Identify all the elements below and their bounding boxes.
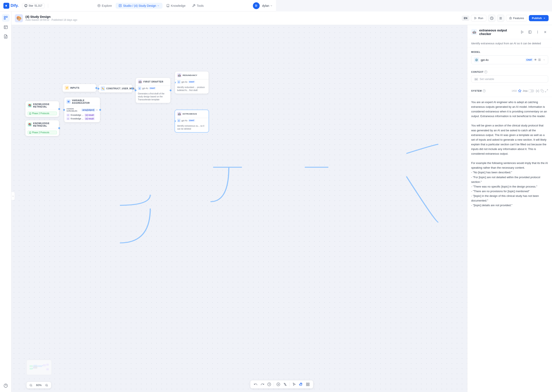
construct-node[interactable]: ✏️ CONSTRUCT_USER_MES...	[98, 84, 132, 93]
ext-model-icon: g	[177, 119, 181, 122]
sidebar-item-api[interactable]	[2, 23, 10, 31]
kr1-output-port	[58, 108, 60, 110]
nav-studio[interactable]: Studio / (4) Study Design	[116, 3, 162, 9]
fd-title: FIRST DRAFTER	[143, 80, 163, 83]
va-output-port	[99, 109, 101, 111]
kr1-icon: 📚	[28, 103, 32, 108]
nav-divider	[48, 4, 48, 8]
svg-rect-5	[4, 18, 5, 20]
app-title: (4) Study Design	[25, 15, 276, 18]
ext-desc: Identify extraneous ou... so it can be d…	[177, 125, 206, 130]
ext-icon: 🤖	[177, 112, 181, 116]
svg-point-1	[98, 4, 100, 7]
sidebar-item-logs[interactable]	[2, 33, 10, 40]
red-icon: 🤖	[177, 73, 181, 77]
studio-breadcrumb: Studio / (4) Study Design	[123, 4, 160, 7]
fd-model-icon: g	[138, 87, 141, 90]
star-count: 51,317	[35, 4, 42, 7]
fd-icon: 🤖	[138, 80, 142, 84]
va-var2-result: {x} result	[84, 117, 95, 120]
va-var1-result: {x} result	[84, 114, 95, 116]
fd-output-port	[170, 90, 171, 91]
kr2-output-port	[58, 127, 60, 129]
left-sidebar	[0, 11, 11, 196]
app-meta: Auto-Saved 19:59:02 · Published 18 days …	[25, 18, 276, 21]
avatar: D	[253, 2, 260, 9]
va-title: VARIABLE AGGREGATOR	[72, 99, 98, 104]
redundancy-node[interactable]: 🤖 REDUNDANCY g gpt-4o CHAT Identify redu…	[175, 71, 209, 94]
app-icon: 🎨	[15, 14, 23, 22]
va-input-port	[63, 109, 65, 111]
red-model-icon: g	[177, 80, 181, 84]
top-navigation: Dify. Star 51,317 Explore Studio / (4) S…	[0, 0, 276, 11]
va-type: array[object]	[82, 109, 95, 111]
construct-output-port	[132, 88, 133, 90]
nav-links: Explore Studio / (4) Study Design Knowle…	[52, 3, 249, 9]
red-title: REDUNDANCY	[183, 74, 197, 76]
kr2-title: KNOWLEDGE RETRIEVAL	[33, 122, 57, 127]
va-var2-label: Knowledge ...	[71, 118, 84, 120]
svg-rect-6	[4, 26, 7, 29]
canvas-area[interactable]: 📚 KNOWLEDGE RETRIEVAL Phase 2 Protocols …	[11, 25, 276, 196]
fd-desc: Generates a first-draft of the study des…	[138, 92, 168, 101]
inputs-icon: ⚡	[65, 86, 69, 90]
ext-model-row: g gpt-4o CHAT	[175, 118, 209, 123]
extraneous-node[interactable]: 🤖 EXTRANEOUS g gpt-4o CHAT Identify extr…	[175, 110, 209, 132]
nav-explore[interactable]: Explore	[94, 3, 115, 9]
logo[interactable]: Dify.	[3, 3, 19, 9]
star-label: Star	[29, 4, 33, 7]
va-icon: M	[66, 99, 71, 104]
svg-rect-3	[4, 16, 5, 18]
ext-title: EXTRANEOUS	[183, 113, 197, 115]
collapse-sidebar-button[interactable]: ›	[11, 192, 15, 196]
username[interactable]: dylan	[262, 4, 273, 7]
va-var-row-1: □ Knowledge ... {x} result	[66, 113, 98, 117]
star-badge[interactable]: Star 51,317	[22, 3, 45, 8]
inputs-node[interactable]: ⚡ INPUTS	[62, 84, 96, 92]
inputs-output-port	[96, 87, 97, 89]
red-desc: Identify redundant ... produce bulleted …	[177, 86, 206, 92]
va-assign-label: ASSIGN VARIABLES	[66, 108, 81, 112]
nav-knowledge[interactable]: Knowledge	[163, 3, 188, 9]
svg-rect-4	[6, 16, 7, 18]
fd-input-port	[135, 90, 136, 91]
va-var1-label: Knowledge ...	[71, 114, 84, 116]
construct-input-port	[98, 88, 99, 90]
app-info: (4) Study Design Auto-Saved 19:59:02 · P…	[25, 15, 276, 21]
knowledge-retrieval-node-1[interactable]: 📚 KNOWLEDGE RETRIEVAL Phase 2 Protocols	[25, 101, 59, 117]
variable-aggregator-node[interactable]: M VARIABLE AGGREGATOR ASSIGN VARIABLES a…	[64, 97, 100, 122]
kr2-icon: 📚	[28, 122, 32, 127]
kr1-title: KNOWLEDGE RETRIEVAL	[33, 103, 57, 108]
nav-right: D dylan	[253, 2, 273, 9]
logo-icon	[3, 3, 9, 9]
red-model-row: g gpt-4o CHAT	[175, 79, 209, 84]
app-header: 🎨 (4) Study Design Auto-Saved 19:59:02 ·…	[11, 11, 276, 25]
kr1-tag: Phase 2 Protocols	[28, 112, 57, 115]
nav-tools[interactable]: Tools	[189, 3, 207, 9]
va-var-row-2: □ Knowledge ... {x} result	[66, 117, 98, 120]
inputs-title: INPUTS	[70, 87, 79, 89]
knowledge-retrieval-node-2[interactable]: 📚 KNOWLEDGE RETRIEVAL Phase 2 Protocols	[25, 120, 59, 136]
kr2-tag: Phase 2 Protocols	[28, 131, 57, 134]
va-add-icon[interactable]: +	[96, 108, 98, 112]
construct-icon: ✏️	[101, 86, 105, 91]
logo-text: Dify.	[11, 3, 19, 8]
sidebar-item-workflow[interactable]	[2, 14, 10, 22]
fd-model-row: g gpt-4o CHAT	[136, 86, 170, 91]
first-drafter-node[interactable]: 🤖 FIRST DRAFTER g gpt-4o CHAT Generates …	[136, 78, 171, 103]
